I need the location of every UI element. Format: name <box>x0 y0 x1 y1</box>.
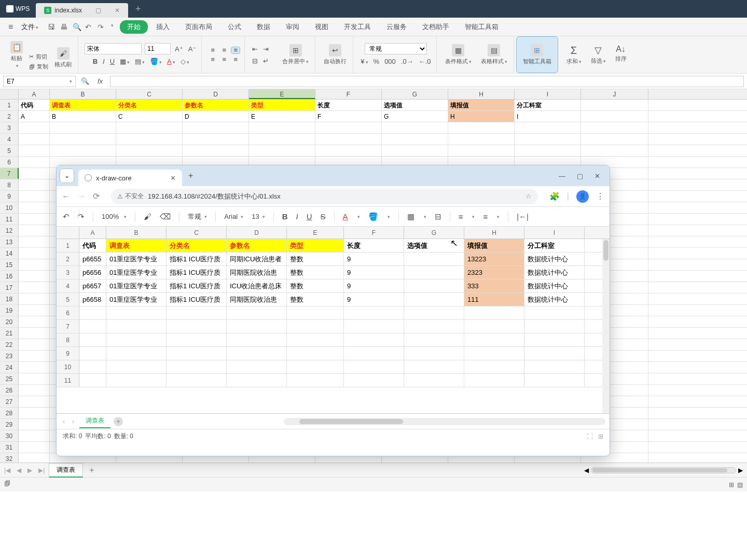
auto-wrap-button[interactable]: ↩ 自动换行 <box>322 42 349 67</box>
maximize-tab-icon[interactable]: ▢ <box>95 7 101 14</box>
zoom-icon[interactable]: 🔍 <box>80 76 90 86</box>
row-header[interactable]: 6 <box>0 157 19 167</box>
smart-tools-button[interactable]: ⊞ 智能工具箱 <box>521 42 554 67</box>
bsheet-cell[interactable] <box>79 360 106 373</box>
bsheet-cell[interactable] <box>344 374 404 387</box>
menu-dev[interactable]: 开发工具 <box>337 19 378 35</box>
bsheet-cell[interactable]: 同期医院收治患 <box>227 293 287 306</box>
cell[interactable] <box>382 145 448 156</box>
row-header[interactable]: 9 <box>0 191 19 202</box>
font-color-icon[interactable]: A▾ <box>166 57 176 66</box>
undo-icon[interactable]: ↶ <box>85 23 93 31</box>
menu-page-layout[interactable]: 页面布局 <box>178 19 219 35</box>
bsheet-row-header[interactable]: 3 <box>57 266 79 279</box>
merge-cells-icon[interactable]: ⊟ <box>435 212 441 221</box>
cell[interactable] <box>249 134 315 145</box>
bsheet-cell[interactable] <box>404 266 464 279</box>
column-header-C[interactable]: C <box>116 89 183 99</box>
bsheet-cell[interactable] <box>167 320 227 333</box>
cell[interactable] <box>19 191 50 202</box>
cell[interactable] <box>448 134 515 145</box>
close-window-icon[interactable]: ✕ <box>594 172 600 180</box>
cell[interactable] <box>515 122 581 133</box>
row-header[interactable]: 4 <box>0 134 19 145</box>
bsheet-cell[interactable] <box>344 306 404 319</box>
bsheet-cell[interactable] <box>106 360 167 373</box>
cell[interactable] <box>19 225 50 236</box>
filter-button[interactable]: ▽ 筛选▾ <box>589 43 608 67</box>
add-sheet-button[interactable]: + <box>85 466 98 475</box>
cell[interactable] <box>116 134 183 145</box>
number-format-select[interactable]: 常规 <box>365 43 427 54</box>
wps-logo[interactable]: WPS <box>0 0 36 18</box>
cell[interactable] <box>19 396 50 407</box>
row-header[interactable]: 20 <box>0 316 19 327</box>
cell[interactable] <box>19 122 50 133</box>
cell[interactable] <box>581 122 648 133</box>
bsheet-row-header[interactable]: 9 <box>57 347 79 360</box>
qat-dropdown-icon[interactable]: ▾ <box>111 23 114 31</box>
formula-bar[interactable] <box>110 76 744 87</box>
cell[interactable]: B <box>50 111 116 122</box>
bold-icon[interactable]: B <box>282 212 288 221</box>
cell[interactable]: G <box>382 111 448 122</box>
cell[interactable] <box>19 271 50 282</box>
bsheet-cell[interactable]: 参数名 <box>227 239 287 252</box>
print-icon[interactable]: 🖶 <box>60 23 68 31</box>
bsheet-cell[interactable] <box>344 360 404 373</box>
bookmark-star-icon[interactable]: ☆ <box>525 192 532 200</box>
bsheet-cell[interactable]: 指标1 ICU医疗质 <box>167 266 227 279</box>
row-header[interactable]: 22 <box>0 339 19 350</box>
grid-view-icon[interactable]: ⊞ <box>598 433 603 440</box>
bsheet-cell[interactable]: 整数 <box>287 253 344 265</box>
name-box[interactable]: E7 ▾ <box>3 76 76 87</box>
bsheet-cell[interactable] <box>464 320 524 333</box>
font-size-select[interactable] <box>145 43 171 54</box>
bsheet-cell[interactable] <box>227 347 287 360</box>
row-header[interactable]: 23 <box>0 351 19 361</box>
row-header[interactable]: 13 <box>0 236 19 247</box>
cell[interactable] <box>19 351 50 361</box>
redo-icon[interactable]: ↷ <box>98 23 106 31</box>
cell[interactable] <box>116 122 183 133</box>
bsheet-cell[interactable]: 01重症医学专业 <box>106 293 167 306</box>
cell[interactable] <box>448 145 515 156</box>
cell[interactable] <box>515 145 581 156</box>
bsheet-row-header[interactable]: 1 <box>57 239 79 252</box>
bsheet-cell[interactable] <box>464 374 524 387</box>
cell[interactable] <box>50 145 116 156</box>
insecure-badge[interactable]: ⚠ 不安全 <box>117 192 144 201</box>
bsheet-cell[interactable] <box>106 374 167 387</box>
close-icon[interactable]: ✕ <box>170 174 176 182</box>
cell[interactable] <box>315 122 382 133</box>
sum-button[interactable]: Σ 求和▾ <box>564 43 584 67</box>
menu-review[interactable]: 审阅 <box>279 19 307 35</box>
bsheet-cell[interactable]: 数据统计中心 <box>524 266 585 279</box>
bsheet-cell[interactable]: 同期ICU收治患者 <box>227 253 287 265</box>
cell[interactable] <box>19 385 50 396</box>
bsheet-cell[interactable] <box>404 320 464 333</box>
bsheet-cell[interactable]: 2323 <box>464 266 524 279</box>
row-header[interactable]: 10 <box>0 202 19 213</box>
cell[interactable]: 选项值 <box>382 100 448 110</box>
cell[interactable]: F <box>315 111 382 122</box>
merge-icon[interactable]: ⊟ <box>251 56 259 66</box>
cell[interactable] <box>249 145 315 156</box>
cell[interactable]: C <box>116 111 183 122</box>
row-header[interactable]: 2 <box>0 111 19 122</box>
format-painter-button[interactable]: 🖌 格式刷 <box>52 45 74 71</box>
row-header[interactable]: 27 <box>0 396 19 407</box>
bsheet-cell[interactable] <box>404 253 464 265</box>
bsheet-cell[interactable]: 数据统计中心 <box>524 279 585 292</box>
bsheet-cell[interactable]: p6658 <box>79 293 106 306</box>
browser-tab[interactable]: x-draw-core ✕ <box>78 170 182 186</box>
cell[interactable] <box>19 145 50 156</box>
bsheet-h-scrollbar[interactable] <box>284 418 605 425</box>
bsheet-cell[interactable] <box>464 347 524 360</box>
bsheet-row-header[interactable]: 11 <box>57 374 79 387</box>
bsheet-cell[interactable]: 同期医院收治患 <box>227 266 287 279</box>
bsheet-cell[interactable] <box>524 306 585 319</box>
bsheet-column-header-I[interactable]: I <box>524 227 585 239</box>
bsheet-cell[interactable] <box>524 374 585 387</box>
bsheet-cell[interactable]: 指标1 ICU医疗质 <box>167 293 227 306</box>
